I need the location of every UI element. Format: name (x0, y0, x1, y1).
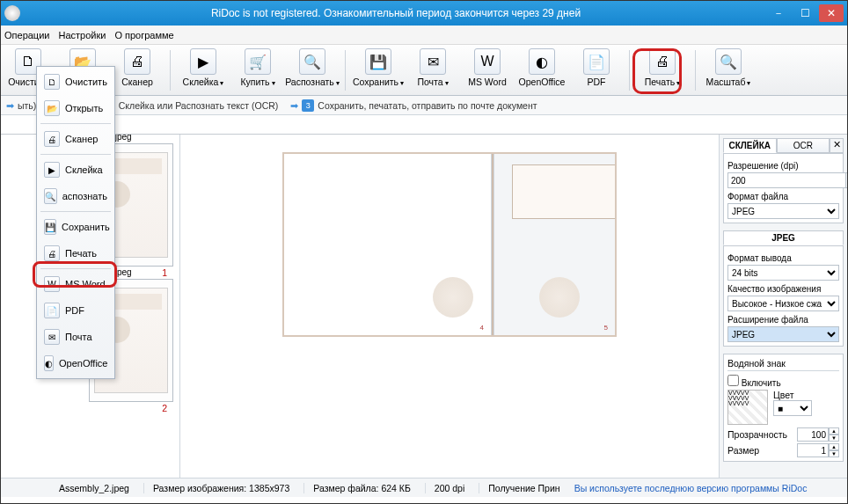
step2-label: Склейка или Распознать текст (OCR) (119, 100, 279, 111)
watermark-preview: VVVVV VVVVV VVVVV (727, 390, 768, 425)
menu-about[interactable]: О программе (114, 30, 173, 40)
openoffice-button[interactable]: ◐OpenOffice (515, 48, 569, 87)
minimize-button[interactable]: － (766, 4, 791, 22)
status-filesize: Размер файла: 624 КБ (303, 483, 411, 493)
ocr-label: Распознать (285, 77, 340, 87)
pdf-icon: 📄 (583, 48, 610, 75)
panel-close[interactable]: ✕ (830, 138, 844, 153)
menu-item-save[interactable]: 💾Сохранить (37, 214, 114, 240)
window-title: RiDoc is not registered. Ознакомительный… (26, 7, 766, 19)
zoom-icon: 🔍 (715, 48, 742, 75)
scanner-button[interactable]: 🖨Сканер (110, 48, 164, 87)
buy-icon: 🛒 (245, 48, 271, 75)
status-filename: Assembly_2.jpeg (59, 483, 129, 493)
open-icon: 📂 (44, 100, 60, 116)
buy-button[interactable]: 🛒Купить (230, 48, 285, 87)
menubar: Операции Настройки О программе (1, 26, 847, 45)
titlebar: RiDoc is not registered. Ознакомительный… (1, 1, 847, 26)
watermark-enable-label: Включить (742, 378, 781, 388)
zoom-button[interactable]: 🔍Масштаб (701, 48, 756, 87)
openoffice-icon: ◐ (529, 48, 555, 75)
print-icon: 🖨 (44, 245, 60, 261)
status-version-link[interactable]: Вы используете последнюю версию программ… (574, 483, 808, 493)
menu-item-pdf[interactable]: 📄PDF (37, 297, 114, 324)
menu-operations[interactable]: Операции (4, 30, 49, 40)
openoffice-label: OpenOffice (519, 77, 566, 87)
menu-item-clear[interactable]: 🗋Очистить (37, 69, 114, 95)
stitch-icon: ▶ (190, 48, 216, 75)
pdf-button[interactable]: 📄PDF (569, 48, 624, 87)
pdf-label: PDF (588, 77, 606, 87)
scanner-label: Сканер (121, 77, 153, 87)
resolution-more[interactable]: … (846, 172, 847, 188)
close-button[interactable]: ✕ (819, 4, 844, 22)
maximize-button[interactable]: ☐ (793, 4, 817, 22)
status-dimensions: Размер изображения: 1385x973 (143, 483, 289, 493)
word-icon: W (474, 48, 501, 75)
quality-select[interactable]: Высокое - Низкое сжа (727, 296, 839, 311)
mail-icon: ✉ (420, 48, 446, 75)
print-button[interactable]: 🖨Печать (635, 48, 690, 87)
watermark-opacity-label: Прозрачность (727, 429, 787, 440)
ocr-button[interactable]: 🔍Распознать (285, 48, 340, 87)
menu-item-scanner[interactable]: 🖨Сканер (37, 126, 114, 152)
word-button[interactable]: WMS Word (460, 48, 515, 87)
watermark-size-input[interactable] (797, 443, 829, 457)
resolution-input[interactable] (727, 172, 846, 188)
watermark-enable[interactable] (727, 375, 739, 386)
menu-item-mail[interactable]: ✉Почта (37, 324, 114, 350)
resolution-label: Разрешение (dpi) (727, 161, 839, 171)
watermark-color-select[interactable]: ■ (773, 400, 812, 416)
thumb1-page: 1 (162, 267, 167, 278)
mail-icon: ✉ (44, 329, 60, 345)
menu-item-stitch[interactable]: ▶Склейка (37, 157, 114, 183)
ocr-icon: 🔍 (299, 48, 325, 75)
ribbon: 🗋Очистить 📂Открыть 🖨Сканер ▶Склейка 🛒Куп… (1, 45, 847, 96)
status-dpi: 200 dpi (425, 483, 464, 493)
mail-label: Почта (417, 77, 448, 87)
save-button[interactable]: 💾Сохранить (351, 48, 406, 87)
panel-tab-ocr[interactable]: OCR (777, 138, 830, 153)
print-icon: 🖨 (649, 48, 676, 75)
view-tabs: Результат (1, 115, 847, 135)
menu-settings[interactable]: Настройки (58, 30, 106, 40)
menu-item-open[interactable]: 📂Открыть (37, 95, 114, 121)
print-label: Печать (645, 77, 680, 87)
save-icon: 💾 (44, 219, 56, 235)
format-select[interactable]: JPEG (727, 203, 839, 219)
scanner-icon: 🖨 (44, 131, 60, 147)
word-label: MS Word (468, 77, 507, 87)
menu-item-print[interactable]: 🖨Печать (37, 240, 114, 267)
watermark-title: Водяной знак (727, 358, 839, 371)
document-view[interactable]: 4 5 (180, 135, 719, 478)
mail-button[interactable]: ✉Почта (406, 48, 460, 87)
openoffice-icon: ◐ (44, 355, 54, 371)
panel-tab-jpeg[interactable]: JPEG (723, 230, 844, 245)
zoom-label: Масштаб (706, 77, 751, 87)
extension-label: Расширение файла (727, 315, 839, 325)
status-receive: Получение Прин (479, 483, 559, 493)
watermark-opacity-input[interactable] (797, 427, 829, 442)
app-icon (4, 5, 20, 21)
pdf-icon: 📄 (44, 303, 60, 318)
clear-icon: 🗋 (44, 74, 60, 90)
operations-menu: 🗋Очистить 📂Открыть 🖨Сканер ▶Склейка 🔍асп… (36, 66, 115, 379)
steps-bar: ➡ыть) документ ➡2Склейка или Распознать … (1, 96, 847, 115)
watermark-size-label: Размер (727, 445, 759, 456)
word-icon: W (44, 276, 60, 292)
quality-label: Качество изображения (727, 284, 839, 294)
save-icon: 💾 (365, 48, 391, 75)
menu-item-openoffice[interactable]: ◐OpenOffice (37, 350, 114, 376)
ocr-icon: 🔍 (44, 188, 57, 204)
format-label: Формат файла (727, 192, 839, 201)
menu-item-ocr[interactable]: 🔍аспознать (37, 183, 114, 209)
watermark-color-label: Цвет (773, 390, 812, 400)
output-select[interactable]: 24 bits (727, 265, 839, 281)
menu-item-word[interactable]: WMS Word (37, 271, 114, 297)
panel-tab-stitch[interactable]: СКЛЕЙКА (723, 138, 777, 153)
stitch-button[interactable]: ▶Склейка (176, 48, 230, 87)
output-label: Формат вывода (727, 253, 839, 263)
thumb2-page: 2 (162, 403, 167, 413)
extension-select[interactable]: JPEG (727, 326, 839, 342)
page-num-left: 4 (480, 324, 484, 332)
